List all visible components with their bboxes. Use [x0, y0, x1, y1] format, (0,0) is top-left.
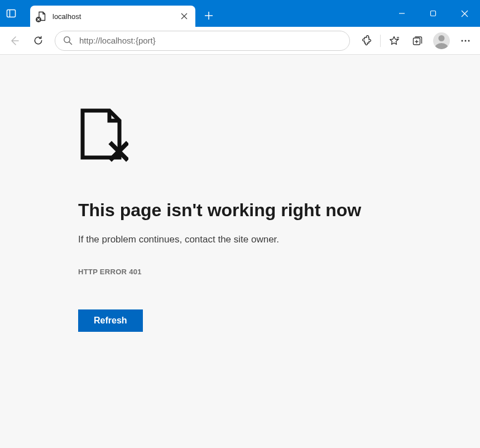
close-window-button[interactable]	[449, 0, 480, 27]
error-code: HTTP ERROR 401	[78, 268, 480, 276]
browser-tab[interactable]: localhost	[30, 6, 195, 27]
error-title: This page isn't working right now	[78, 200, 480, 221]
collections-button[interactable]	[406, 30, 429, 52]
tab-close-button[interactable]	[177, 9, 191, 23]
svg-point-11	[465, 40, 467, 41]
more-icon	[460, 36, 471, 46]
error-subtitle: If the problem continues, contact the si…	[78, 234, 480, 245]
svg-rect-0	[7, 10, 16, 17]
minimize-button[interactable]	[386, 0, 417, 27]
star-icon	[388, 35, 400, 46]
refresh-icon	[33, 35, 44, 46]
new-tab-button[interactable]	[199, 6, 219, 26]
extensions-button[interactable]	[356, 30, 378, 52]
minimize-icon	[399, 10, 405, 17]
collections-icon	[412, 35, 423, 46]
tab-title: localhost	[52, 12, 177, 21]
svg-line-6	[69, 42, 72, 45]
url-text: http://localhost:{port}	[79, 36, 342, 45]
favorites-button[interactable]	[383, 30, 405, 52]
page-content: This page isn't working right now If the…	[0, 55, 480, 448]
settings-menu-button[interactable]	[454, 30, 477, 52]
error-badge-icon	[36, 17, 41, 22]
refresh-page-button[interactable]: Refresh	[78, 309, 143, 332]
sidebar-icon	[6, 8, 16, 18]
close-icon	[461, 10, 468, 17]
svg-rect-4	[431, 11, 436, 16]
titlebar: localhost	[0, 0, 480, 27]
page-error-icon	[78, 108, 480, 164]
arrow-left-icon	[9, 35, 20, 46]
browser-toolbar: http://localhost:{port}	[0, 27, 480, 55]
plus-icon	[204, 11, 213, 20]
close-icon	[181, 13, 188, 20]
profile-button[interactable]	[433, 32, 450, 49]
search-icon	[63, 36, 73, 45]
address-bar[interactable]: http://localhost:{port}	[55, 31, 350, 51]
refresh-button-toolbar[interactable]	[27, 30, 49, 52]
maximize-icon	[430, 10, 436, 17]
tab-favicon-page-error-icon	[37, 11, 47, 21]
svg-point-12	[468, 40, 470, 41]
back-button[interactable]	[3, 30, 26, 52]
puzzle-icon	[361, 35, 372, 46]
toolbar-separator	[380, 35, 381, 47]
svg-point-10	[462, 40, 463, 41]
maximize-button[interactable]	[417, 0, 449, 27]
window-controls	[386, 0, 480, 27]
vertical-tabs-button[interactable]	[0, 0, 22, 27]
